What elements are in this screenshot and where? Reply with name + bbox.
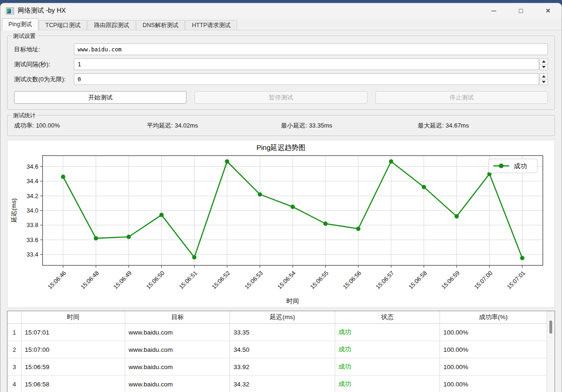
spin-up-button[interactable]	[540, 73, 548, 79]
cell-success-rate: 100.00%	[440, 341, 547, 358]
field-label-0: 目标地址:	[14, 45, 74, 54]
app-window: 网络测试 -by HX ─ □ ✕ Ping测试TCP端口测试路由跟踪测试DNS…	[0, 3, 562, 392]
spin-down-button[interactable]	[540, 64, 548, 70]
svg-text:15:06:59: 15:06:59	[440, 270, 461, 290]
table-header-row: 时间目标延迟(ms)状态成功率(%)	[7, 311, 547, 324]
stat-item-2: 最小延迟:33.35ms	[281, 121, 418, 130]
stat-value-0: 100.00%	[36, 122, 60, 129]
window-title: 网络测试 -by HX	[18, 7, 66, 15]
start-test-button[interactable]: 开始测试	[14, 91, 187, 104]
tab-1[interactable]: TCP端口测试	[39, 20, 87, 30]
cell-target: www.baidu.com	[125, 358, 230, 376]
stat-item-1: 平均延迟:34.02ms	[147, 121, 281, 130]
row-index: 4	[7, 376, 22, 392]
row-index: 3	[7, 358, 22, 376]
close-button[interactable]: ✕	[534, 3, 562, 18]
field-input-2[interactable]	[74, 73, 539, 85]
svg-text:15:06:53: 15:06:53	[244, 270, 264, 290]
svg-text:15:06:54: 15:06:54	[276, 270, 297, 290]
minimize-button[interactable]: ─	[480, 3, 507, 18]
chart-panel: Ping延迟趋势图 33.433.633.834.034.234.434.615…	[7, 140, 555, 308]
svg-text:15:06:50: 15:06:50	[145, 270, 166, 290]
table-row[interactable]: 315:06:59www.baidu.com33.92成功100.00%	[7, 358, 547, 376]
y-axis-label: 延迟(ms)	[10, 199, 17, 223]
stat-value-3: 34.67ms	[446, 122, 469, 129]
cell-latency: 33.92	[230, 358, 335, 376]
cell-target: www.baidu.com	[125, 341, 230, 358]
cell-success-rate: 100.00%	[440, 358, 547, 376]
settings-fields: 目标地址:测试间隔(秒):测试次数(0为无限):	[14, 43, 548, 85]
field-label-1: 测试间隔(秒):	[14, 60, 74, 69]
svg-text:34.2: 34.2	[27, 192, 38, 200]
stat-item-3: 最大延迟:34.67ms	[418, 121, 548, 130]
svg-text:15:06:49: 15:06:49	[112, 270, 133, 290]
window-controls: ─ □ ✕	[480, 3, 562, 18]
maximize-button[interactable]: □	[507, 3, 534, 18]
results-table: 时间目标延迟(ms)状态成功率(%) 115:07:01www.baidu.co…	[7, 311, 547, 392]
col-header-3: 状态	[335, 311, 440, 323]
cell-time: 15:07:00	[22, 341, 125, 358]
settings-group-label: 测试设置	[11, 32, 37, 40]
field-row-1: 测试间隔(秒):	[14, 58, 548, 70]
settings-buttons-row: 开始测试暂停测试停止测试	[14, 91, 548, 104]
tab-3[interactable]: DNS解析测试	[136, 20, 185, 30]
spin-up-icon	[542, 60, 546, 63]
stop-test-button: 停止测试	[375, 91, 548, 104]
svg-text:15:06:58: 15:06:58	[407, 270, 428, 290]
field-input-0[interactable]	[74, 43, 548, 55]
svg-text:15:07:01: 15:07:01	[506, 270, 526, 290]
cell-success-rate: 100.00%	[440, 324, 547, 341]
stat-item-0: 成功率:100.00%	[14, 121, 147, 130]
stat-value-1: 34.02ms	[175, 122, 198, 129]
tab-4[interactable]: HTTP请求测试	[185, 20, 237, 30]
row-index: 1	[7, 324, 22, 341]
svg-text:15:06:57: 15:06:57	[375, 270, 395, 290]
spin-down-icon	[542, 66, 546, 68]
stat-label-3: 最大延迟:	[418, 122, 444, 129]
stat-label-0: 成功率:	[14, 122, 34, 129]
cell-success-rate: 100.00%	[440, 376, 547, 392]
svg-text:15:06:48: 15:06:48	[79, 270, 100, 290]
cell-target: www.baidu.com	[125, 324, 230, 341]
chart-axis-ticks: 33.433.633.834.034.234.434.615:06:4615:0…	[27, 163, 526, 291]
cell-status: 成功	[335, 358, 440, 376]
table-vertical-scrollbar[interactable]	[547, 311, 555, 392]
col-header-1: 目标	[125, 311, 230, 323]
app-icon	[6, 7, 14, 14]
main-content: 测试设置 目标地址:测试间隔(秒):测试次数(0为无限): 开始测试暂停测试停止…	[0, 36, 562, 392]
cell-time: 15:06:58	[22, 376, 125, 392]
table-body: 115:07:01www.baidu.com33.35成功100.00%215:…	[7, 324, 547, 392]
spin-up-button[interactable]	[540, 58, 548, 64]
table-scrollbar-thumb[interactable]	[549, 321, 552, 334]
field-input-1[interactable]	[74, 58, 539, 70]
cell-time: 15:06:59	[22, 358, 125, 376]
test-settings-group: 测试设置 目标地址:测试间隔(秒):测试次数(0为无限): 开始测试暂停测试停止…	[7, 36, 555, 110]
chart-title: Ping延迟趋势图	[7, 143, 555, 152]
field-label-2: 测试次数(0为无限):	[14, 75, 74, 84]
tab-2[interactable]: 路由跟踪测试	[87, 20, 136, 30]
table-row[interactable]: 415:06:58www.baidu.com34.32成功100.00%	[7, 376, 547, 392]
tab-0[interactable]: Ping测试	[2, 18, 38, 30]
cell-latency: 33.35	[230, 324, 335, 341]
svg-text:33.4: 33.4	[27, 251, 38, 258]
field-row-2: 测试次数(0为无限):	[14, 73, 548, 85]
spin-up-icon	[542, 75, 546, 78]
table-row[interactable]: 215:07:00www.baidu.com34.50成功100.00%	[7, 341, 547, 358]
row-index: 2	[7, 341, 22, 358]
col-header-2: 延迟(ms)	[230, 311, 335, 323]
results-table-panel: 时间目标延迟(ms)状态成功率(%) 115:07:01www.baidu.co…	[7, 311, 555, 392]
cell-status: 成功	[335, 324, 440, 341]
ping-latency-chart: 33.433.633.834.034.234.434.615:06:4615:0…	[7, 152, 555, 308]
svg-text:15:06:46: 15:06:46	[47, 270, 67, 290]
svg-text:成功: 成功	[514, 162, 527, 170]
table-row[interactable]: 115:07:01www.baidu.com33.35成功100.00%	[7, 324, 547, 341]
svg-text:34.4: 34.4	[27, 178, 38, 185]
test-stats-group: 测试统计 成功率:100.00%平均延迟:34.02ms最小延迟:33.35ms…	[7, 115, 555, 136]
col-header-4: 成功率(%)	[440, 311, 547, 323]
svg-text:15:07:00: 15:07:00	[473, 270, 494, 290]
stat-label-1: 平均延迟:	[147, 122, 173, 129]
spin-down-button[interactable]	[540, 79, 548, 85]
col-header-0: 时间	[22, 311, 125, 323]
tab-bar: Ping测试TCP端口测试路由跟踪测试DNS解析测试HTTP请求测试	[0, 18, 562, 30]
svg-text:33.6: 33.6	[27, 236, 38, 243]
